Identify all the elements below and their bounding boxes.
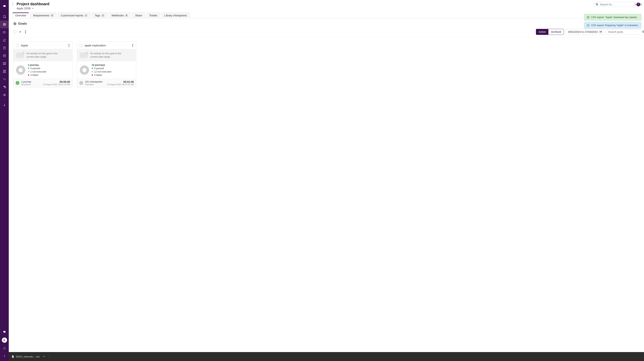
tab-webhooks[interactable]: Webhooks 0 [109,12,131,18]
tab-label: Webhooks [112,14,124,17]
sidebar-expand[interactable] [0,352,9,360]
sidebar-item-bug[interactable] [0,91,9,99]
tab-tags[interactable]: Tags 2 [92,12,107,18]
help-button[interactable]: ? [636,2,640,6]
sidebar-item-settings[interactable] [0,83,9,91]
play-button[interactable] [18,30,22,34]
goal-search[interactable] [606,29,640,34]
svg-point-22 [12,4,13,5]
goal-card: apple exploration No activity for this g… [77,41,136,88]
sidebar-item-goals[interactable] [0,20,9,28]
segment-archived[interactable]: Archived [548,29,564,35]
svg-point-40 [68,46,69,47]
journeys-count: 12 journeys [92,64,112,66]
stat-passed: 0 passed [94,67,104,70]
card-checkbox[interactable] [16,44,19,47]
tab-requirements[interactable]: Requirements 0 [30,12,56,18]
sidebar-item-integrations[interactable] [0,75,9,83]
sidebar-item-power[interactable] [0,344,9,352]
app-logo[interactable] [2,4,7,9]
sidebar-item-map[interactable] [0,60,9,68]
avatar[interactable]: R [2,338,7,343]
svg-point-28 [15,24,15,24]
foot-line1: 101 checkpoints [85,80,105,83]
card-menu-button[interactable] [68,44,70,47]
date-range-picker[interactable]: 26/02/2023 to 27/03/2023 [566,29,604,35]
svg-point-42 [132,45,133,46]
select-all-checkbox[interactable] [13,30,16,33]
card-menu-button[interactable] [132,44,134,47]
svg-point-30 [25,32,26,32]
sidebar-item-card[interactable] [0,52,9,60]
foot-date: 22 August 2022, 08:22:12 PM [43,83,70,86]
stat-passed: 0 passed [30,67,40,70]
svg-point-39 [68,45,69,46]
download-item[interactable]: 50313_executio….csv [11,355,45,358]
toolbar: Active Archived 26/02/2023 to 27/03/2023 [9,28,644,38]
svg-line-20 [6,96,6,96]
tab-label: Customized reports [61,14,83,17]
tab-tickets[interactable]: Tickets [146,12,160,18]
svg-point-24 [596,3,598,5]
svg-line-18 [6,94,6,95]
stat-failed: 0 failed [30,74,38,76]
tab-label: Tags [95,14,100,17]
sidebar: R [0,0,9,361]
svg-point-38 [68,44,69,45]
download-bar: 50313_executio….csv [9,352,644,361]
svg-line-25 [598,5,598,6]
card-title[interactable]: apple exploration [84,44,130,47]
tab-label: Share [135,14,142,17]
tab-customized-reports[interactable]: Customized reports 1 [58,12,90,18]
svg-point-3 [4,24,5,25]
sidebar-item-flow[interactable] [0,36,9,44]
toast-info[interactable]: CSV export: Preparing "Apple" to extract… [584,22,642,29]
status-icon-cancel [80,81,83,85]
goal-search-input[interactable] [608,30,641,33]
svg-line-19 [3,96,3,96]
tab-count: 0 [51,14,54,17]
card-checkbox[interactable] [80,44,83,47]
stat-not-executed: 12 not executed [94,70,112,73]
sidebar-item-list[interactable] [0,28,9,36]
info-circle-icon [587,24,590,27]
toasts: CSV export: "Apple" download has started… [584,14,642,29]
tab-share[interactable]: Share [132,12,145,18]
cards-grid: Apple No activity for this goal in the c… [9,38,644,91]
svg-line-17 [3,94,3,95]
search-icon [642,30,644,33]
sidebar-item-export[interactable] [0,44,9,52]
global-search-input[interactable] [600,3,632,6]
sidebar-item-pin[interactable] [0,101,9,109]
bulk-menu-button[interactable] [24,30,27,34]
project-name: Apple 22/08 [16,7,30,10]
sidebar-item-app1[interactable] [0,13,9,20]
foot-line2: All passed [21,83,41,86]
tab-library-checkpoints[interactable]: Library checkpoints [162,12,190,18]
tab-label: Requirements [33,14,50,17]
status-icon-ok [16,81,20,85]
no-activity-text: No activity for this goal in the current… [26,52,64,58]
stat-not-executed: 1 not executed [30,70,46,73]
foot-time: 00:01:06 [107,80,134,83]
global-search[interactable]: ctrl K [594,2,635,7]
project-selector[interactable]: Apple 22/08 [16,7,592,10]
goal-card: Apple No activity for this goal in the c… [13,41,72,88]
stat-failed: 0 failed [94,74,102,76]
page-title: Project dashboard [16,2,592,6]
svg-point-41 [132,44,133,45]
drag-handle-icon[interactable] [11,2,15,7]
segment-active[interactable]: Active [536,29,548,35]
no-activity-icon [16,52,24,58]
sidebar-item-command[interactable] [0,68,9,75]
toast-text: CSV export: "Apple" download has started… [591,16,637,19]
svg-point-2 [3,23,6,26]
sidebar-item-chat[interactable] [0,328,9,336]
date-range-label: 26/02/2023 to 27/03/2023 [568,30,598,33]
card-title[interactable]: Apple [21,44,67,47]
svg-point-21 [12,3,13,3]
tab-overview[interactable]: Overview [12,12,29,18]
foot-line1: 1 journey [21,80,41,83]
chevron-down-icon [32,7,34,10]
toast-success[interactable]: CSV export: "Apple" download has started… [584,14,642,21]
